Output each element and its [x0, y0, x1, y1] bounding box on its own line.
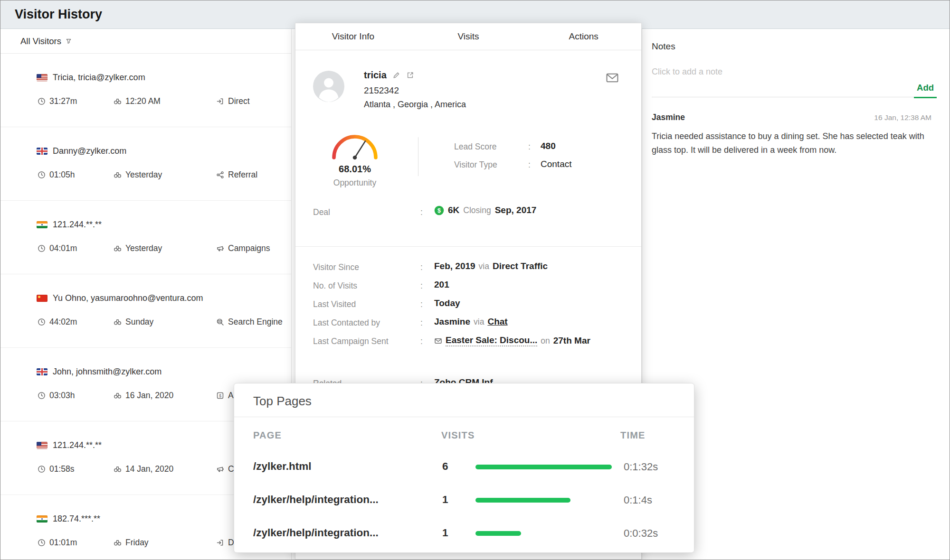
clock-icon: [38, 539, 46, 547]
external-link-icon[interactable]: [406, 71, 414, 79]
notes-title: Notes: [652, 41, 675, 52]
clock-icon: [38, 465, 46, 473]
visitor-name: tricia: [364, 70, 387, 81]
visitor-info-rows: Visitor Since:Feb, 2019viaDirect Traffic…: [295, 258, 641, 351]
visit-count: 1: [442, 494, 448, 506]
deal-dollar-icon: $: [434, 205, 444, 215]
info-row: Visitor Since:Feb, 2019viaDirect Traffic: [295, 258, 641, 277]
flag-us-icon: [37, 442, 48, 449]
note-timestamp: 16 Jan, 12:38 AM: [874, 113, 931, 122]
gauge-percent: 68.01%: [323, 164, 387, 175]
note-author: Jasmine: [652, 112, 685, 122]
column-page: PAGE: [253, 430, 282, 441]
visitor-filter[interactable]: All Visitors: [0, 29, 291, 54]
info-value: Easter Sale: Discou...on27th Mar: [434, 335, 590, 346]
visitor-name: Danny@zylker.com: [37, 146, 126, 156]
time-spent: 0:1:4s: [624, 494, 652, 506]
traffic-source: Direct: [216, 96, 250, 106]
binoculars-icon: [114, 539, 122, 547]
gauge-label: Opportunity: [323, 178, 387, 188]
deal-value: $ 6K Closing Sep, 2017: [434, 205, 536, 215]
section-divider: [295, 246, 641, 247]
time-spent: 0:0:32s: [624, 527, 658, 540]
binoculars-icon: [114, 318, 122, 326]
info-value: Feb, 2019viaDirect Traffic: [434, 261, 548, 271]
mail-icon[interactable]: [605, 71, 619, 85]
visitor-name-row: tricia: [364, 70, 414, 81]
info-row: Last Contacted by:JasmineviaChat: [295, 314, 641, 332]
lead-score-value: 480: [541, 141, 556, 151]
binoculars-icon: [114, 171, 122, 179]
deal-closing-word: Closing: [463, 205, 491, 215]
top-pages-row: /zylker/help/integration...10:0:32s: [234, 522, 694, 555]
visitor-row[interactable]: Danny@zylker.com01:05hYesterdayReferral: [0, 127, 291, 201]
page: Visitor History All Visitors Tricia, tri…: [0, 0, 950, 560]
avatar: [313, 71, 344, 102]
info-label: Last Contacted by: [313, 318, 380, 328]
flag-in-icon: [37, 515, 48, 523]
clock-icon: [38, 171, 46, 179]
tab-visits[interactable]: Visits: [411, 23, 526, 50]
visitor-name: Yu Ohno, yasumaroohno@ventura.com: [37, 293, 203, 303]
binoculars-icon: [114, 244, 122, 252]
clock-icon: [38, 244, 46, 252]
info-label: Last Visited: [313, 299, 356, 309]
direct-icon: [216, 539, 224, 547]
filter-label: All Visitors: [20, 36, 61, 47]
note-item: Jasmine16 Jan, 12:38 AMTricia needed ass…: [652, 112, 931, 157]
visit-time: Yesterday: [114, 243, 162, 253]
visitor-row[interactable]: Tricia, tricia@zylker.com31:27m12:20 AMD…: [0, 54, 291, 127]
visitor-type-value: Contact: [541, 159, 571, 169]
note-composer[interactable]: Add: [652, 64, 937, 97]
visit-count: 6: [442, 460, 448, 473]
note-input[interactable]: [652, 67, 856, 77]
visitor-name: John, johnsmith@zylker.com: [37, 367, 162, 377]
visitor-name: 182.74.***.**: [37, 514, 100, 524]
visitor-row[interactable]: Yu Ohno, yasumaroohno@ventura.com44:02mS…: [0, 274, 291, 348]
tab-bar: Visitor Info Visits Actions: [295, 23, 641, 50]
vertical-divider: [418, 137, 418, 176]
add-note-button[interactable]: Add: [914, 83, 937, 98]
flag-uk-icon: [37, 368, 48, 375]
visitor-row[interactable]: 121.244.**.**04:01mYesterdayCampaigns: [0, 201, 291, 274]
visit-time: Sunday: [114, 317, 153, 327]
tab-actions[interactable]: Actions: [526, 23, 641, 50]
visit-duration: 04:01m: [38, 243, 77, 253]
referral-icon: [216, 171, 224, 179]
flag-in-icon: [37, 221, 48, 228]
traffic-source: Search Engine: [216, 317, 283, 327]
clock-icon: [38, 97, 46, 105]
page-title: Visitor History: [15, 7, 102, 22]
note-text: Tricia needed assistance to buy a dining…: [652, 130, 930, 157]
filter-icon: [66, 38, 72, 44]
visitor-name: Tricia, tricia@zylker.com: [37, 73, 145, 83]
binoculars-icon: [114, 97, 122, 105]
visit-time: 14 Jan, 2020: [114, 464, 173, 474]
tab-visitor-info[interactable]: Visitor Info: [295, 23, 411, 50]
svg-text:$: $: [437, 207, 441, 214]
flag-cn-icon: [37, 295, 48, 302]
lead-score-label: Lead Score: [454, 142, 497, 152]
clock-icon: [38, 392, 46, 400]
info-label: No. of Visits: [313, 281, 357, 291]
traffic-source: Referral: [216, 170, 257, 180]
gauge-arc: [329, 131, 381, 160]
flag-us-icon: [37, 74, 48, 81]
visit-duration: 03:03h: [38, 391, 75, 401]
top-pages-rows: /zylker.html60:1:32s/zylker/help/integra…: [234, 456, 694, 555]
search-engine-icon: [216, 318, 224, 326]
clock-icon: [38, 318, 46, 326]
visit-duration: 01:58s: [38, 464, 75, 474]
visit-count: 1: [442, 527, 448, 539]
svg-text:$: $: [219, 393, 221, 398]
edit-icon[interactable]: [392, 71, 400, 79]
top-pages-row: /zylker/help/integration...10:1:4s: [234, 489, 694, 522]
visitor-type-label: Visitor Type: [454, 160, 497, 170]
visit-time: 16 Jan, 2020: [114, 391, 173, 401]
visitor-id: 2152342: [364, 85, 399, 96]
column-time: TIME: [620, 430, 646, 441]
visitor-name: 121.244.**.**: [37, 220, 102, 230]
visit-duration: 01:05h: [38, 170, 75, 180]
gauge-needle-icon: [352, 140, 367, 160]
top-pages-title: Top Pages: [253, 394, 312, 409]
